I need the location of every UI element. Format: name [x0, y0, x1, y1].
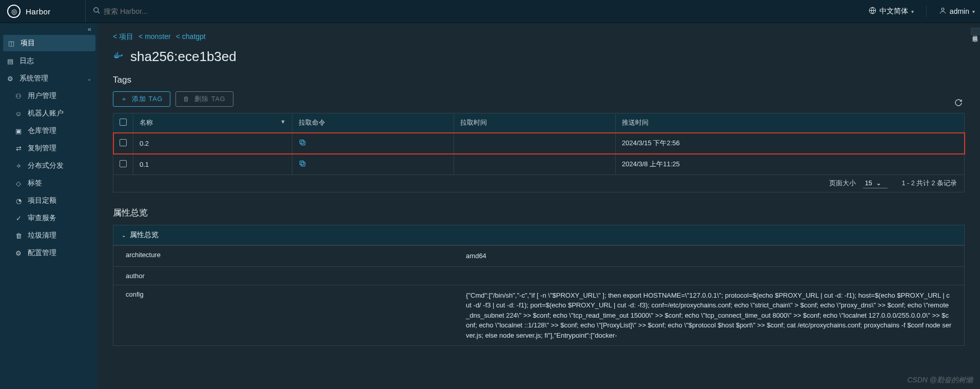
svg-point-0	[94, 8, 99, 12]
logs-icon: ▤	[6, 57, 14, 65]
chevron-down-icon: ▾	[911, 9, 914, 14]
row-checkbox[interactable]	[120, 139, 127, 146]
attr-key: author	[113, 266, 454, 285]
sidebar-item-projects[interactable]: ◫ 项目	[3, 35, 95, 51]
quota-icon: ◔	[14, 197, 23, 205]
docker-icon	[113, 50, 124, 64]
attr-row: author	[113, 266, 965, 285]
search-icon	[93, 7, 101, 16]
attr-row: architecture amd64	[113, 246, 965, 267]
projects-icon: ◫	[7, 40, 15, 47]
shield-icon: ✓	[14, 215, 23, 222]
filter-icon[interactable]: ▼	[280, 119, 286, 125]
page-title-text: sha256:ece1b3ed	[130, 49, 237, 65]
sidebar-item-label: 项目定额	[28, 196, 56, 205]
sidebar: « ◫ 项目 ▤ 日志 ⚙ 系统管理 ⌄ ⚇ 用户管理 ☺ 机器人账户 ▣ 仓库…	[0, 23, 97, 389]
robot-icon: ☺	[14, 110, 23, 118]
delete-tag-label: 删除 TAG	[194, 95, 225, 104]
language-selector[interactable]: 中文简体 ▾	[869, 7, 914, 16]
tags-heading: Tags	[113, 75, 965, 85]
svg-rect-5	[300, 140, 304, 144]
add-tag-button[interactable]: ＋ 添加 TAG	[113, 91, 170, 107]
col-pull-cmd: 拉取命令	[292, 113, 454, 133]
row-checkbox[interactable]	[120, 160, 127, 167]
sidebar-item-logs[interactable]: ▤ 日志	[0, 52, 97, 70]
table-row[interactable]: 0.2 2024/3/15 下午2:56	[113, 133, 965, 154]
sidebar-item-quotas[interactable]: ◔ 项目定额	[0, 192, 97, 209]
admin-icon: ⚙	[6, 75, 14, 83]
user-menu[interactable]: admin ▾	[939, 7, 975, 16]
sidebar-item-label: 机器人账户	[28, 109, 64, 118]
col-push-time: 推送时间	[616, 113, 965, 133]
attr-value: amd64	[454, 246, 964, 267]
delete-tag-button[interactable]: 🗑 删除 TAG	[175, 91, 233, 107]
pull-time	[454, 133, 616, 154]
attrs-heading: 属性总览	[113, 207, 965, 219]
username: admin	[950, 7, 969, 15]
sidebar-item-label: 用户管理	[28, 91, 56, 101]
sidebar-item-label: 分布式分发	[28, 161, 64, 170]
pull-time	[454, 154, 616, 175]
sidebar-item-label: 复制管理	[28, 144, 56, 153]
registry-icon: ▣	[14, 127, 23, 135]
breadcrumb: 项目 monster chatgpt	[113, 32, 965, 42]
range-label: 1 - 2 共计 2 条记录	[902, 179, 957, 188]
breadcrumb-project[interactable]: monster	[139, 32, 171, 42]
page-title: sha256:ece1b3ed	[113, 49, 965, 65]
sidebar-item-robot[interactable]: ☺ 机器人账户	[0, 105, 97, 122]
attrs-panel-toggle[interactable]: ⌄ 属性总览	[113, 225, 965, 245]
attrs-table: architecture amd64 author config {"Cmd":…	[113, 245, 965, 346]
globe-icon	[869, 7, 876, 16]
sidebar-collapse[interactable]: «	[0, 23, 97, 34]
table-row[interactable]: 0.1 2024/3/8 上午11:25	[113, 154, 965, 175]
chevron-down-icon: ⌄	[87, 76, 91, 82]
sidebar-item-label: 配置管理	[28, 248, 56, 258]
sidebar-item-admin[interactable]: ⚙ 系统管理 ⌄	[0, 70, 97, 87]
svg-rect-6	[301, 162, 305, 166]
sidebar-item-interrogation[interactable]: ✓ 审查服务	[0, 209, 97, 227]
tag-name: 0.1	[133, 154, 292, 175]
sidebar-item-gc[interactable]: 🗑 垃圾清理	[0, 227, 97, 244]
sidebar-item-users[interactable]: ⚇ 用户管理	[0, 87, 97, 105]
sidebar-item-replication[interactable]: ⇄ 复制管理	[0, 140, 97, 157]
svg-point-3	[942, 8, 944, 11]
breadcrumb-repo[interactable]: chatgpt	[176, 32, 206, 42]
sidebar-item-labels[interactable]: ◇ 标签	[0, 174, 97, 192]
plus-icon: ＋	[121, 95, 128, 104]
sidebar-item-registries[interactable]: ▣ 仓库管理	[0, 122, 97, 140]
event-log-tab[interactable]: 事件日志	[971, 28, 980, 35]
search-input[interactable]	[104, 7, 237, 15]
copy-icon[interactable]	[299, 160, 306, 167]
watermark: CSDN @勤奋的树懒	[907, 376, 973, 385]
sidebar-item-distribution[interactable]: ✧ 分布式分发	[0, 157, 97, 174]
sidebar-item-label: 日志	[19, 56, 34, 66]
breadcrumb-projects[interactable]: 项目	[113, 32, 133, 42]
sidebar-item-label: 仓库管理	[28, 126, 56, 135]
trash-icon: 🗑	[183, 95, 190, 103]
harbor-logo: ◎	[7, 5, 21, 18]
page-size-label: 页面大小	[829, 180, 856, 187]
svg-line-1	[97, 11, 100, 13]
sidebar-item-config[interactable]: ⚙ 配置管理	[0, 244, 97, 262]
col-name: 名称	[140, 119, 153, 126]
page-size-select[interactable]: 15 ⌄	[863, 180, 888, 188]
divider	[926, 6, 927, 17]
push-time: 2024/3/8 上午11:25	[616, 154, 965, 175]
attr-value	[454, 266, 964, 285]
brand-name: Harbor	[26, 7, 51, 16]
push-time: 2024/3/15 下午2:56	[616, 133, 965, 154]
svg-rect-7	[300, 161, 304, 165]
copy-icon[interactable]	[299, 139, 306, 146]
sidebar-item-label: 项目	[21, 38, 35, 48]
select-all-checkbox[interactable]	[120, 119, 127, 126]
gear-icon: ⚙	[14, 249, 23, 257]
attr-key: architecture	[113, 246, 454, 267]
user-icon	[939, 7, 947, 16]
chevron-down-icon: ⌄	[122, 232, 126, 238]
refresh-icon[interactable]	[954, 99, 963, 109]
distribution-icon: ✧	[14, 162, 23, 170]
attr-key: config	[113, 285, 454, 346]
replication-icon: ⇄	[14, 145, 23, 152]
tags-table: 名称 ▼ 拉取命令 拉取时间 推送时间 0.2 2024/3/15 下午2:	[113, 113, 965, 175]
sidebar-item-label: 标签	[28, 179, 42, 188]
